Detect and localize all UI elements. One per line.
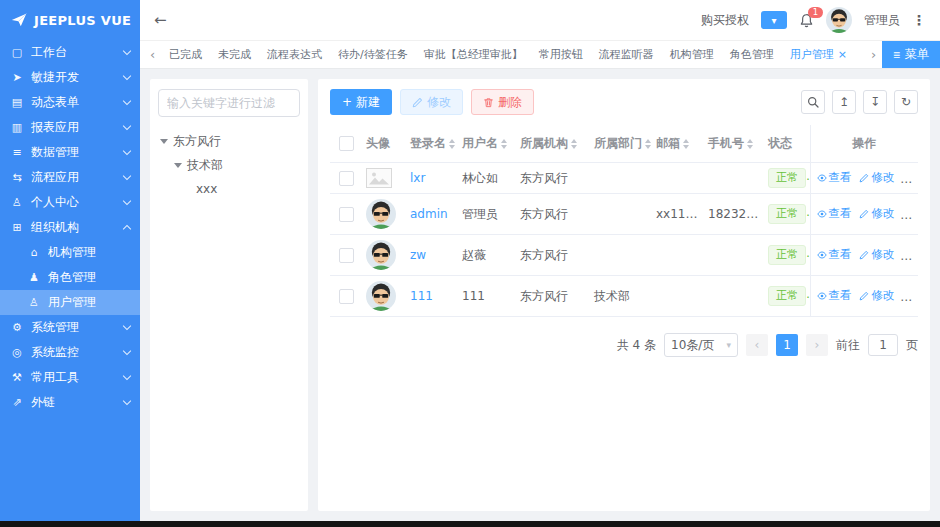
current-page-button[interactable]: 1 [776,334,798,356]
view-link[interactable]: 查看 [817,206,852,221]
view-link-label: 查看 [829,288,852,303]
sidebar-item-dynamic-form[interactable]: ▤ 动态表单 [0,90,140,115]
column-header-department[interactable]: 所属部门 [590,125,652,163]
column-header-actions: 操作 [810,125,918,163]
column-header-email[interactable]: 邮箱 [652,125,704,163]
sidebar-item-process-app[interactable]: ⇆ 流程应用 [0,165,140,190]
notification-bell-icon[interactable]: 1 [799,13,814,28]
search-toggle-button[interactable] [801,90,825,114]
tab-completed[interactable]: 已完成 [161,47,210,62]
sort-caret-icon[interactable] [747,139,753,149]
goto-page-input[interactable] [868,334,898,356]
edit-button[interactable]: 修改 [400,89,463,115]
view-link[interactable]: 查看 [817,288,852,303]
tab-process-expression[interactable]: 流程表达式 [259,47,330,62]
tab-label: 审批【总经理审批】 [424,47,523,62]
sidebar-item-organization[interactable]: ⊞ 组织机构 [0,215,140,240]
import-button[interactable]: ↥ [832,90,856,114]
select-all-checkbox[interactable] [339,136,354,151]
edit-link[interactable]: 修改 [859,288,894,303]
tab-common-buttons[interactable]: 常用按钮 [531,47,591,62]
department-cell: 技术部 [590,276,652,317]
tabs-scroll-left-button[interactable]: ‹ [144,47,161,62]
tree-node-leaf[interactable]: xxx [158,177,300,201]
tab-gm-approval[interactable]: 审批【总经理审批】 [416,47,531,62]
avatar [366,240,396,270]
sidebar-subitem-role-management[interactable]: ♟ 角色管理 [0,265,140,290]
delete-link[interactable]: 删除 [902,170,918,185]
sidebar-item-label: 常用工具 [31,369,117,386]
sort-caret-icon[interactable] [449,139,455,149]
tab-close-icon[interactable]: × [838,48,847,61]
license-dropdown-button[interactable]: ▾ [761,11,787,29]
username-label: 管理员 [864,12,900,29]
login-name-link[interactable]: lxr [410,171,425,185]
delete-button[interactable]: 删除 [471,89,534,115]
prev-page-button[interactable]: ‹ [746,334,768,356]
sort-caret-icon[interactable] [571,139,577,149]
row-checkbox[interactable] [339,248,354,263]
tree-node-root[interactable]: 东方风行 [158,129,300,153]
tab-uncompleted[interactable]: 未完成 [210,47,259,62]
delete-link[interactable]: 删除 [902,247,918,262]
tab-role-management[interactable]: 角色管理 [722,47,782,62]
sort-caret-icon[interactable] [501,139,507,149]
tabs-scroll-right-button[interactable]: › [865,47,882,62]
login-name-link[interactable]: 111 [410,289,433,303]
sidebar-item-system-monitor[interactable]: ◎ 系统监控 [0,340,140,365]
sidebar-subitem-org-management[interactable]: ⌂ 机构管理 [0,240,140,265]
view-link[interactable]: 查看 [817,247,852,262]
sidebar-item-system-management[interactable]: ⚙ 系统管理 [0,315,140,340]
tree-filter-input[interactable] [158,89,300,117]
table-row: zw 赵薇 东方风行 正常 查看 修改 删除 [330,235,918,276]
edit-link[interactable]: 修改 [859,247,894,262]
sidebar-subitem-user-management[interactable]: ♙ 用户管理 [0,290,140,315]
column-header-organization[interactable]: 所属机构 [516,125,590,163]
sidebar-item-data-management[interactable]: ≡ 数据管理 [0,140,140,165]
column-header-login[interactable]: 登录名 [406,125,458,163]
sidebar-item-report-app[interactable]: ▥ 报表应用 [0,115,140,140]
delete-link[interactable]: 删除 [902,288,918,303]
sidebar-item-external-link[interactable]: ⇗ 外链 [0,390,140,415]
column-header-phone[interactable]: 手机号 [704,125,764,163]
tab-org-management[interactable]: 机构管理 [662,47,722,62]
view-link[interactable]: 查看 [817,170,852,185]
edit-link[interactable]: 修改 [859,206,894,221]
user-avatar[interactable] [826,7,852,33]
more-menu-icon[interactable]: ⋮ [912,12,926,28]
row-checkbox[interactable] [339,207,354,222]
edit-link[interactable]: 修改 [859,170,894,185]
sort-caret-icon[interactable] [645,139,651,149]
tab-label: 用户管理 [790,47,834,62]
sidebar-item-agile-dev[interactable]: ➤ 敏捷开发 [0,65,140,90]
column-header-username[interactable]: 用户名 [458,125,516,163]
tab-todo-tasks[interactable]: 待办/待签任务 [330,47,416,62]
login-name-link[interactable]: admin [410,207,448,221]
sidebar-item-personal-center[interactable]: ♙ 个人中心 [0,190,140,215]
delete-link[interactable]: 删除 [902,206,918,221]
column-header-label: 所属部门 [594,136,642,150]
tree-caret-icon[interactable] [174,163,182,168]
app-logo[interactable]: JEEPLUS VUE [0,0,140,40]
tab-label: 已完成 [169,47,202,62]
export-button[interactable]: ↧ [863,90,887,114]
collapse-sidebar-icon[interactable]: ← [154,11,167,29]
tree-node-dept[interactable]: 技术部 [158,153,300,177]
buy-license-link[interactable]: 购买授权 [701,12,749,29]
jeeplus-logo-icon [10,11,28,29]
tree-caret-icon[interactable] [160,139,168,144]
sort-caret-icon[interactable] [683,139,689,149]
row-checkbox[interactable] [339,289,354,304]
login-name-link[interactable]: zw [410,248,426,262]
tab-user-management[interactable]: 用户管理 × [782,47,855,62]
page-size-select[interactable]: 10条/页 ▾ [664,333,738,357]
next-page-button[interactable]: › [806,334,828,356]
sidebar-item-workbench[interactable]: ▢ 工作台 [0,40,140,65]
tab-process-listener[interactable]: 流程监听器 [591,47,662,62]
row-checkbox[interactable] [339,171,354,186]
tabs-menu-button[interactable]: ≡ 菜单 [882,41,940,68]
refresh-button[interactable]: ↻ [894,90,918,114]
new-button[interactable]: + 新建 [330,89,392,115]
phone-cell [704,235,764,276]
sidebar-item-common-tools[interactable]: ⚒ 常用工具 [0,365,140,390]
